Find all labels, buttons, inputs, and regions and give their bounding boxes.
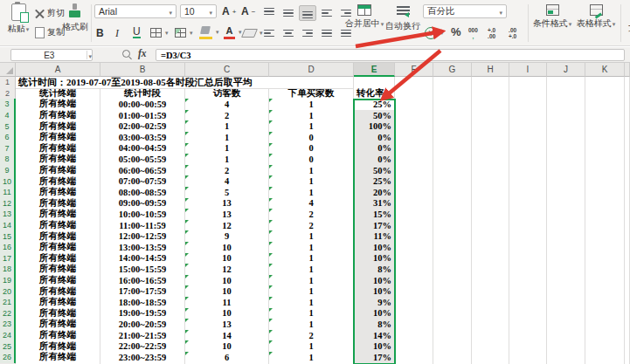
cell-empty[interactable] bbox=[625, 110, 630, 122]
cell-empty[interactable] bbox=[472, 330, 509, 342]
cell-E7[interactable]: 0% bbox=[354, 143, 395, 155]
cell-empty[interactable] bbox=[509, 110, 547, 122]
cell-empty[interactable] bbox=[585, 253, 625, 265]
cell-D18[interactable]: 1 bbox=[269, 264, 354, 276]
decrease-indent-button[interactable] bbox=[318, 5, 336, 21]
row-header-22[interactable]: 22 bbox=[0, 308, 16, 320]
cell-empty[interactable] bbox=[395, 230, 433, 243]
cell-D11[interactable]: 1 bbox=[269, 187, 354, 199]
cell-C24[interactable]: 14 bbox=[185, 330, 269, 342]
cell-empty[interactable] bbox=[472, 264, 509, 276]
font-size-select[interactable]: 10 bbox=[180, 4, 217, 18]
cell-E9[interactable]: 50% bbox=[354, 165, 395, 177]
cell-B8[interactable]: 05:00~05:59 bbox=[100, 154, 185, 166]
cell-empty[interactable] bbox=[509, 198, 547, 210]
cell-empty[interactable] bbox=[433, 99, 472, 111]
align-middle-button[interactable] bbox=[280, 5, 297, 21]
cell-empty[interactable] bbox=[395, 275, 433, 287]
row-header-9[interactable]: 9 bbox=[0, 165, 16, 177]
cell-empty[interactable] bbox=[509, 297, 547, 309]
cell-empty[interactable] bbox=[433, 198, 472, 210]
cell-A26[interactable]: 所有终端 bbox=[16, 352, 100, 364]
cell-empty[interactable] bbox=[395, 264, 433, 276]
cell-C19[interactable]: 10 bbox=[185, 275, 269, 287]
row-header-5[interactable]: 5 bbox=[0, 120, 16, 133]
cell-D9[interactable]: 1 bbox=[269, 165, 354, 177]
formula-input[interactable]: =D3/C3 bbox=[156, 49, 625, 61]
row-header-10[interactable]: 10 bbox=[0, 175, 16, 188]
cell-C18[interactable]: 12 bbox=[185, 264, 269, 276]
cell-empty[interactable] bbox=[395, 99, 433, 111]
cell-empty[interactable] bbox=[395, 165, 433, 177]
cell-empty[interactable] bbox=[585, 242, 625, 254]
cell-empty[interactable] bbox=[395, 88, 433, 100]
cell-B6[interactable]: 03:00~03:59 bbox=[100, 132, 185, 144]
cell-empty[interactable] bbox=[625, 120, 630, 133]
cell-C14[interactable]: 12 bbox=[185, 220, 269, 232]
cell-empty[interactable] bbox=[585, 165, 625, 177]
cell-D5[interactable]: 1 bbox=[269, 120, 354, 133]
cell-empty[interactable] bbox=[509, 165, 547, 177]
cell-B9[interactable]: 06:00~06:59 bbox=[100, 165, 185, 177]
cell-D22[interactable]: 1 bbox=[269, 308, 354, 320]
cell-B22[interactable]: 19:00~19:59 bbox=[100, 308, 185, 320]
cell-empty[interactable] bbox=[509, 132, 547, 144]
cell-B3[interactable]: 00:00~00:59 bbox=[100, 99, 185, 111]
cell-empty[interactable] bbox=[433, 340, 472, 353]
cell-C21[interactable]: 11 bbox=[185, 297, 269, 309]
column-header-E[interactable]: E bbox=[354, 63, 395, 77]
row-header-3[interactable]: 3 bbox=[0, 99, 16, 111]
cell-empty[interactable] bbox=[509, 175, 547, 188]
column-header-partial[interactable] bbox=[625, 63, 630, 77]
cell-B25[interactable]: 22:00~22:59 bbox=[100, 340, 185, 353]
cell-empty[interactable] bbox=[547, 352, 585, 364]
merge-center-button[interactable]: 合并居中 bbox=[344, 4, 384, 30]
column-header-D[interactable]: D bbox=[269, 63, 354, 77]
cell-empty[interactable] bbox=[585, 88, 625, 100]
comma-style-button[interactable]: 000, bbox=[468, 27, 478, 39]
cell-empty[interactable] bbox=[472, 154, 509, 166]
cell-empty[interactable] bbox=[547, 120, 585, 133]
number-format-select[interactable]: 百分比 bbox=[423, 4, 507, 18]
cell-empty[interactable] bbox=[395, 198, 433, 210]
cell-D20[interactable]: 1 bbox=[269, 285, 354, 298]
row-header-19[interactable]: 19 bbox=[0, 275, 16, 287]
cell-C15[interactable]: 9 bbox=[185, 230, 269, 243]
cell-D15[interactable]: 1 bbox=[269, 230, 354, 243]
cell-empty[interactable] bbox=[395, 253, 433, 265]
cell-D7[interactable]: 0 bbox=[269, 143, 354, 155]
cell-empty[interactable] bbox=[585, 132, 625, 144]
cell-empty[interactable] bbox=[433, 230, 472, 243]
cell-empty[interactable] bbox=[585, 340, 625, 353]
cell-empty[interactable] bbox=[625, 143, 630, 155]
cell-empty[interactable] bbox=[509, 154, 547, 166]
cell-header-2[interactable]: 统计时段 bbox=[100, 88, 185, 100]
cell-B24[interactable]: 21:00~21:59 bbox=[100, 330, 185, 342]
cell-empty[interactable] bbox=[625, 187, 630, 199]
cell-D19[interactable]: 1 bbox=[269, 275, 354, 287]
insert-function-button[interactable]: fx bbox=[138, 48, 147, 58]
cell-empty[interactable] bbox=[509, 330, 547, 342]
cell-empty[interactable] bbox=[547, 187, 585, 199]
cell-empty[interactable] bbox=[625, 132, 630, 144]
column-header-F[interactable]: F bbox=[395, 63, 433, 77]
cell-B20[interactable]: 17:00~17:59 bbox=[100, 285, 185, 298]
increase-font-button[interactable]: A+ bbox=[222, 5, 236, 17]
cell-empty[interactable] bbox=[509, 77, 547, 89]
cell-D25[interactable]: 1 bbox=[269, 340, 354, 353]
cell-E6[interactable]: 0% bbox=[354, 132, 395, 144]
cell-C17[interactable]: 10 bbox=[185, 253, 269, 265]
align-center-button[interactable] bbox=[280, 25, 297, 41]
cell-empty[interactable] bbox=[472, 110, 509, 122]
cell-A1-title[interactable]: 统计时间：2019-07-07至2019-08-05各时段汇总后取平均 bbox=[16, 77, 354, 89]
decrease-font-button[interactable]: A− bbox=[241, 5, 255, 17]
column-header-C[interactable]: C bbox=[185, 63, 269, 77]
cell-empty[interactable] bbox=[547, 230, 585, 243]
decrease-decimal-button[interactable]: .00+.0 bbox=[509, 27, 516, 39]
cell-empty[interactable] bbox=[472, 99, 509, 111]
percent-style-button[interactable]: % bbox=[451, 25, 461, 38]
cell-empty[interactable] bbox=[395, 220, 433, 232]
cell-C22[interactable]: 10 bbox=[185, 308, 269, 320]
cell-E18[interactable]: 8% bbox=[354, 264, 395, 276]
cell-empty[interactable] bbox=[585, 120, 625, 133]
